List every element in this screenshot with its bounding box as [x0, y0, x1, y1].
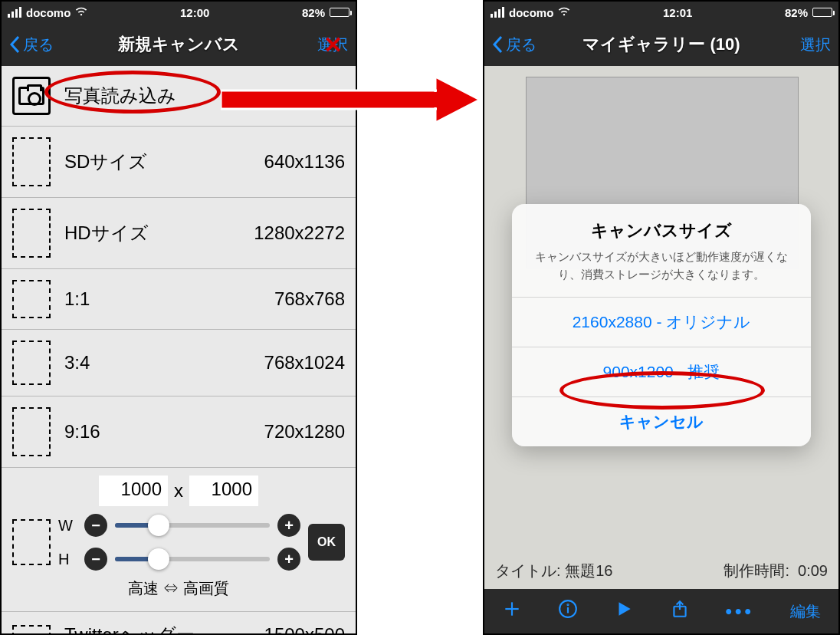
- row-label: 3:4: [64, 352, 251, 373]
- quality-label: 高速 ⇔ 高画質: [12, 578, 345, 599]
- canvas-size-sheet: キャンバスサイズ キャンバスサイズが大きいほど動作速度が遅くなり、消費ストレージ…: [512, 204, 811, 446]
- row-dim: 1280x2272: [254, 222, 345, 244]
- row-dim: 720x1280: [264, 421, 345, 443]
- row-label: Twitterヘッダー: [64, 623, 251, 633]
- row-dim: 768x1024: [264, 352, 345, 373]
- row-3-4[interactable]: 3:4 768x1024: [2, 330, 356, 396]
- battery-percent: 82%: [302, 6, 325, 19]
- clock: 12:01: [663, 6, 692, 19]
- sheet-option-recommended[interactable]: 900x1200 - 推奨: [512, 347, 811, 396]
- row-label: HDサイズ: [64, 221, 240, 245]
- sheet-cancel-button[interactable]: キャンセル: [512, 396, 811, 446]
- sheet-option-original[interactable]: 2160x2880 - オリジナル: [512, 297, 811, 347]
- battery-icon: [812, 8, 832, 17]
- wifi-icon: [558, 5, 570, 20]
- row-dim: 1500x500: [264, 624, 345, 633]
- height-slider-label: H: [58, 551, 77, 568]
- height-plus-button[interactable]: +: [277, 548, 300, 571]
- height-input[interactable]: 1000: [189, 475, 258, 506]
- carrier-label: docomo: [26, 6, 71, 19]
- battery-percent: 82%: [785, 6, 808, 19]
- bottom-toolbar: ••• 編集: [484, 589, 838, 633]
- add-button[interactable]: [502, 599, 522, 623]
- right-phone: docomo 12:01 82% 戻る マイギャラリー (10) 選択 キャンバ…: [483, 0, 840, 635]
- canvas-list: 写真読み込み SDサイズ 640x1136 HDサイズ 1280x2272 1:…: [2, 66, 356, 633]
- width-slider[interactable]: [115, 523, 270, 528]
- share-button[interactable]: [670, 599, 690, 623]
- width-input[interactable]: 1000: [99, 475, 168, 506]
- row-custom: 1000 x 1000 W − + H −: [2, 468, 356, 612]
- back-button[interactable]: 戻る: [9, 35, 54, 55]
- thumb-icon: [12, 209, 51, 258]
- row-label: SDサイズ: [64, 150, 251, 174]
- thumb-icon: [12, 519, 51, 565]
- select-button[interactable]: 選択: [800, 35, 831, 55]
- svg-marker-13: [437, 80, 475, 120]
- select-button[interactable]: 選択 ✕: [317, 35, 348, 55]
- width-plus-button[interactable]: +: [277, 514, 300, 537]
- clock: 12:00: [180, 6, 209, 19]
- back-label: 戻る: [23, 35, 54, 55]
- svg-marker-11: [435, 77, 480, 123]
- meta-title-value: 無題16: [565, 562, 612, 579]
- sheet-message: キャンバスサイズが大きいほど動作速度が遅くなり、消費ストレージが大きくなります。: [527, 248, 796, 283]
- signal-icon: [491, 7, 504, 18]
- row-label: 1:1: [64, 288, 261, 310]
- status-bar: docomo 12:01 82%: [484, 2, 838, 23]
- row-dim: 640x1136: [264, 151, 345, 173]
- status-bar: docomo 12:00 82%: [2, 2, 356, 23]
- artwork-meta: タイトル: 無題16 制作時間: 0:09: [495, 561, 828, 581]
- row-label: 9:16: [64, 421, 251, 443]
- x-label: x: [174, 480, 183, 502]
- back-label: 戻る: [506, 35, 536, 55]
- page-title: 新規キャンバス: [118, 33, 240, 56]
- info-button[interactable]: [558, 599, 578, 623]
- row-sd[interactable]: SDサイズ 640x1136: [2, 127, 356, 198]
- row-dim: 768x768: [274, 288, 345, 310]
- thumb-icon: [12, 137, 51, 186]
- meta-title-label: タイトル:: [495, 562, 561, 579]
- page-title: マイギャラリー (10): [582, 33, 740, 56]
- wifi-icon: [75, 5, 87, 20]
- signal-icon: [8, 7, 21, 18]
- row-photo-import[interactable]: 写真読み込み: [2, 66, 356, 127]
- width-slider-label: W: [58, 517, 77, 535]
- camera-icon: [12, 77, 51, 115]
- thumb-icon: [12, 407, 51, 456]
- svg-marker-5: [619, 602, 630, 615]
- height-minus-button[interactable]: −: [84, 548, 107, 571]
- carrier-label: docomo: [509, 6, 553, 19]
- height-slider[interactable]: [115, 557, 270, 561]
- left-phone: docomo 12:00 82% 戻る 新規キャンバス 選択 ✕ 写真読み込み …: [0, 0, 357, 635]
- svg-marker-9: [435, 77, 480, 123]
- ok-button[interactable]: OK: [308, 524, 345, 561]
- thumb-icon: [12, 625, 51, 633]
- width-minus-button[interactable]: −: [84, 514, 107, 537]
- sheet-title: キャンバスサイズ: [527, 219, 796, 242]
- play-button[interactable]: [614, 599, 634, 623]
- row-twitter-header[interactable]: Twitterヘッダー 1500x500: [2, 612, 356, 633]
- svg-point-4: [568, 604, 569, 605]
- nav-bar: 戻る 新規キャンバス 選択 ✕: [2, 23, 356, 66]
- gallery-area: キャンバスサイズ キャンバスサイズが大きいほど動作速度が遅くなり、消費ストレージ…: [484, 66, 838, 589]
- back-button[interactable]: 戻る: [492, 35, 536, 55]
- row-label: 写真読み込み: [64, 84, 345, 108]
- meta-time-value: 0:09: [798, 562, 828, 579]
- battery-icon: [330, 8, 349, 17]
- thumb-icon: [12, 341, 51, 385]
- row-9-16[interactable]: 9:16 720x1280: [2, 396, 356, 468]
- edit-button[interactable]: 編集: [790, 601, 821, 622]
- row-1-1[interactable]: 1:1 768x768: [2, 269, 356, 330]
- more-button[interactable]: •••: [726, 600, 754, 622]
- row-hd[interactable]: HDサイズ 1280x2272: [2, 198, 356, 269]
- thumb-icon: [12, 280, 51, 318]
- meta-time-label: 制作時間:: [724, 562, 789, 579]
- nav-bar: 戻る マイギャラリー (10) 選択: [484, 23, 838, 66]
